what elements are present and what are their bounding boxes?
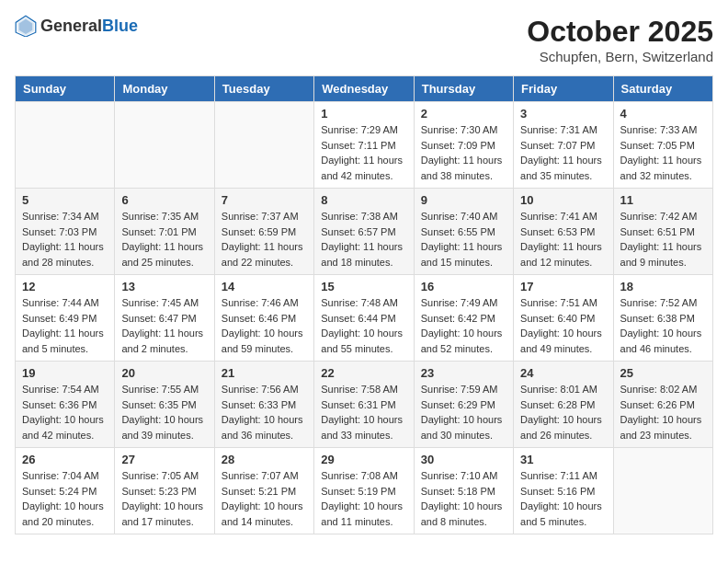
sunset-text: Sunset: 5:19 PM	[321, 484, 406, 500]
day-header-tuesday: Tuesday	[214, 76, 313, 102]
daylight-text: Daylight: 10 hours and 46 minutes.	[620, 326, 706, 356]
day-number: 7	[222, 193, 307, 207]
daylight-text: Daylight: 10 hours and 59 minutes.	[222, 326, 307, 356]
calendar-cell: 8 Sunrise: 7:38 AM Sunset: 6:57 PM Dayli…	[314, 189, 414, 275]
day-info: Sunrise: 7:33 AM Sunset: 7:05 PM Dayligh…	[620, 122, 706, 183]
sunset-text: Sunset: 5:18 PM	[421, 484, 506, 500]
day-number: 4	[620, 107, 706, 121]
location-subtitle: Schupfen, Bern, Switzerland	[527, 49, 713, 64]
day-info: Sunrise: 7:08 AM Sunset: 5:19 PM Dayligh…	[321, 468, 406, 529]
day-info: Sunrise: 7:35 AM Sunset: 7:01 PM Dayligh…	[121, 209, 207, 270]
sunrise-text: Sunrise: 7:37 AM	[222, 209, 307, 224]
daylight-text: Daylight: 11 hours and 15 minutes.	[421, 239, 506, 270]
calendar-cell: 10 Sunrise: 7:41 AM Sunset: 6:53 PM Dayl…	[514, 189, 613, 275]
sunrise-text: Sunrise: 7:56 AM	[222, 382, 307, 397]
day-header-wednesday: Wednesday	[314, 76, 414, 102]
calendar-cell: 3 Sunrise: 7:31 AM Sunset: 7:07 PM Dayli…	[514, 102, 613, 189]
sunrise-text: Sunrise: 8:01 AM	[520, 382, 606, 397]
sunset-text: Sunset: 7:01 PM	[121, 224, 207, 240]
sunrise-text: Sunrise: 7:11 AM	[520, 468, 606, 484]
month-title: October 2025	[527, 15, 713, 49]
calendar-cell	[214, 102, 313, 189]
day-info: Sunrise: 7:59 AM Sunset: 6:29 PM Dayligh…	[421, 382, 506, 442]
sunrise-text: Sunrise: 7:59 AM	[421, 382, 506, 397]
calendar-cell: 17 Sunrise: 7:51 AM Sunset: 6:40 PM Dayl…	[514, 275, 613, 362]
calendar-cell: 9 Sunrise: 7:40 AM Sunset: 6:55 PM Dayli…	[414, 189, 513, 275]
sunset-text: Sunset: 6:31 PM	[321, 397, 406, 413]
day-header-sunday: Sunday	[16, 76, 115, 102]
day-number: 14	[222, 280, 307, 293]
sunset-text: Sunset: 6:42 PM	[421, 311, 506, 327]
day-info: Sunrise: 7:51 AM Sunset: 6:40 PM Dayligh…	[520, 295, 606, 356]
sunrise-text: Sunrise: 7:38 AM	[321, 209, 406, 224]
sunset-text: Sunset: 6:44 PM	[321, 311, 406, 327]
logo-icon	[15, 15, 37, 37]
week-row-2: 5 Sunrise: 7:34 AM Sunset: 7:03 PM Dayli…	[16, 189, 713, 275]
sunset-text: Sunset: 6:33 PM	[222, 397, 307, 413]
sunset-text: Sunset: 6:40 PM	[520, 311, 606, 327]
calendar-cell: 27 Sunrise: 7:05 AM Sunset: 5:23 PM Dayl…	[115, 448, 214, 534]
calendar-cell: 31 Sunrise: 7:11 AM Sunset: 5:16 PM Dayl…	[514, 448, 613, 534]
calendar-cell: 25 Sunrise: 8:02 AM Sunset: 6:26 PM Dayl…	[613, 362, 712, 448]
sunrise-text: Sunrise: 7:51 AM	[520, 295, 606, 311]
calendar-cell: 6 Sunrise: 7:35 AM Sunset: 7:01 PM Dayli…	[115, 189, 214, 275]
day-number: 24	[520, 366, 606, 380]
day-number: 8	[321, 193, 406, 207]
sunset-text: Sunset: 6:47 PM	[121, 311, 207, 327]
calendar-cell: 11 Sunrise: 7:42 AM Sunset: 6:51 PM Dayl…	[613, 189, 712, 275]
day-info: Sunrise: 7:46 AM Sunset: 6:46 PM Dayligh…	[222, 295, 307, 356]
week-row-4: 19 Sunrise: 7:54 AM Sunset: 6:36 PM Dayl…	[16, 362, 713, 448]
calendar-cell: 7 Sunrise: 7:37 AM Sunset: 6:59 PM Dayli…	[214, 189, 313, 275]
sunrise-text: Sunrise: 7:52 AM	[620, 295, 706, 311]
day-number: 17	[520, 280, 606, 293]
day-number: 15	[321, 280, 406, 293]
sunset-text: Sunset: 6:53 PM	[520, 224, 606, 240]
calendar-cell: 29 Sunrise: 7:08 AM Sunset: 5:19 PM Dayl…	[314, 448, 414, 534]
sunrise-text: Sunrise: 7:48 AM	[321, 295, 406, 311]
daylight-text: Daylight: 10 hours and 36 minutes.	[222, 412, 307, 442]
day-info: Sunrise: 8:01 AM Sunset: 6:28 PM Dayligh…	[520, 382, 606, 442]
sunset-text: Sunset: 7:03 PM	[22, 224, 108, 240]
sunset-text: Sunset: 7:05 PM	[620, 138, 706, 154]
daylight-text: Daylight: 11 hours and 22 minutes.	[222, 239, 307, 270]
day-number: 5	[22, 193, 108, 207]
sunset-text: Sunset: 5:16 PM	[520, 484, 606, 500]
sunrise-text: Sunrise: 7:08 AM	[321, 468, 406, 484]
day-number: 12	[22, 280, 108, 293]
day-number: 6	[121, 193, 207, 207]
logo: GeneralBlue	[15, 15, 138, 37]
day-info: Sunrise: 7:54 AM Sunset: 6:36 PM Dayligh…	[22, 382, 108, 442]
calendar-cell: 26 Sunrise: 7:04 AM Sunset: 5:24 PM Dayl…	[16, 448, 115, 534]
calendar-cell: 2 Sunrise: 7:30 AM Sunset: 7:09 PM Dayli…	[414, 102, 513, 189]
sunset-text: Sunset: 7:07 PM	[520, 138, 606, 154]
daylight-text: Daylight: 11 hours and 9 minutes.	[620, 239, 706, 270]
sunrise-text: Sunrise: 7:45 AM	[121, 295, 207, 311]
calendar-cell: 18 Sunrise: 7:52 AM Sunset: 6:38 PM Dayl…	[613, 275, 712, 362]
calendar-cell: 28 Sunrise: 7:07 AM Sunset: 5:21 PM Dayl…	[214, 448, 313, 534]
day-header-thursday: Thursday	[414, 76, 513, 102]
daylight-text: Daylight: 10 hours and 20 minutes.	[22, 499, 108, 529]
sunset-text: Sunset: 6:26 PM	[620, 397, 706, 413]
daylight-text: Daylight: 11 hours and 38 minutes.	[421, 153, 506, 183]
day-info: Sunrise: 7:11 AM Sunset: 5:16 PM Dayligh…	[520, 468, 606, 529]
daylight-text: Daylight: 11 hours and 35 minutes.	[520, 153, 606, 183]
sunrise-text: Sunrise: 7:04 AM	[22, 468, 108, 484]
day-number: 13	[121, 280, 207, 293]
calendar-cell: 5 Sunrise: 7:34 AM Sunset: 7:03 PM Dayli…	[16, 189, 115, 275]
sunset-text: Sunset: 6:49 PM	[22, 311, 108, 327]
day-number: 26	[22, 453, 108, 466]
daylight-text: Daylight: 10 hours and 11 minutes.	[321, 499, 406, 529]
day-number: 20	[121, 366, 207, 380]
sunset-text: Sunset: 6:55 PM	[421, 224, 506, 240]
day-info: Sunrise: 7:05 AM Sunset: 5:23 PM Dayligh…	[121, 468, 207, 529]
sunrise-text: Sunrise: 8:02 AM	[620, 382, 706, 397]
calendar-cell: 14 Sunrise: 7:46 AM Sunset: 6:46 PM Dayl…	[214, 275, 313, 362]
sunrise-text: Sunrise: 7:44 AM	[22, 295, 108, 311]
day-number: 11	[620, 193, 706, 207]
sunset-text: Sunset: 6:28 PM	[520, 397, 606, 413]
day-info: Sunrise: 8:02 AM Sunset: 6:26 PM Dayligh…	[620, 382, 706, 442]
daylight-text: Daylight: 10 hours and 42 minutes.	[22, 412, 108, 442]
daylight-text: Daylight: 10 hours and 52 minutes.	[421, 326, 506, 356]
day-info: Sunrise: 7:45 AM Sunset: 6:47 PM Dayligh…	[121, 295, 207, 356]
daylight-text: Daylight: 11 hours and 12 minutes.	[520, 239, 606, 270]
